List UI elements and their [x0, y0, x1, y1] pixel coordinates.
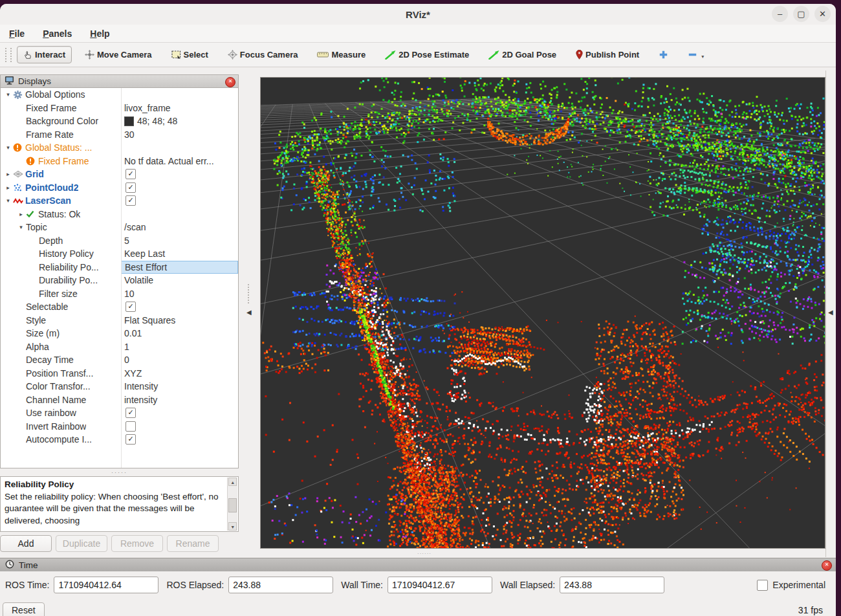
reset-button[interactable]: Reset — [3, 602, 45, 616]
toolbar-plus-button[interactable] — [652, 46, 675, 63]
tree-row[interactable]: Selectable✓ — [1, 300, 238, 314]
checkbox-checked[interactable]: ✓ — [126, 169, 136, 179]
property-value[interactable]: ✓ — [121, 168, 238, 181]
tree-row[interactable]: Channel Nameintensity — [1, 393, 238, 407]
property-value[interactable]: ✓ — [121, 181, 238, 195]
checkbox-checked[interactable]: ✓ — [126, 302, 136, 312]
wall-elapsed-input[interactable] — [560, 577, 664, 593]
property-value[interactable]: ✓ — [121, 300, 238, 314]
scrollbar-thumb[interactable] — [228, 498, 237, 512]
property-value[interactable]: 5 — [121, 234, 238, 248]
property-value[interactable]: 30 — [121, 128, 238, 142]
toolbar-publish-point-button[interactable]: Publish Point — [569, 46, 646, 63]
tree-row[interactable]: Size (m)0.01 — [1, 327, 238, 340]
property-value[interactable]: /scan — [121, 221, 238, 234]
menu-panels[interactable]: Panels — [43, 28, 72, 39]
tree-row[interactable]: Frame Rate30 — [1, 128, 238, 142]
tree-row[interactable]: Durability Po...Volatile — [1, 274, 238, 287]
property-value[interactable] — [121, 141, 238, 155]
displays-panel-header[interactable]: Displays ✕ — [0, 74, 239, 88]
tree-row[interactable]: Color Transfor...Intensity — [1, 380, 238, 393]
tree-row[interactable]: Decay Time0 — [1, 353, 238, 367]
property-value[interactable]: livox_frame — [121, 102, 238, 115]
tree-row[interactable]: Fixed FrameNo tf data. Actual err... — [1, 155, 238, 168]
menu-file[interactable]: File — [9, 28, 25, 39]
tree-row[interactable]: Depth5 — [1, 234, 238, 248]
scroll-down-icon[interactable]: ▼ — [228, 522, 237, 531]
close-button[interactable]: ✕ — [814, 6, 831, 22]
tree-row[interactable]: Reliability Po...Best Effort — [1, 261, 238, 274]
toolbar-2d-goal-pose-button[interactable]: 2D Goal Pose — [482, 46, 563, 63]
ros-elapsed-input[interactable] — [228, 577, 333, 593]
property-value[interactable]: 48; 48; 48 — [121, 115, 238, 128]
add-button[interactable]: Add — [0, 535, 52, 552]
minimize-button[interactable]: – — [772, 6, 788, 22]
right-panel-strip[interactable]: ◀ — [825, 71, 836, 557]
tree-row[interactable]: Position Transf...XYZ — [1, 367, 238, 380]
tree-row[interactable]: Filter size10 — [1, 287, 238, 301]
property-value[interactable]: 0.01 — [121, 327, 238, 340]
property-value[interactable]: Best Effort — [121, 261, 238, 274]
tree-row[interactable]: Invert Rainbow — [1, 420, 238, 434]
tree-row[interactable]: ▸PointCloud2✓ — [1, 181, 238, 195]
property-value[interactable]: Keep Last — [121, 247, 238, 261]
checkbox-unchecked[interactable] — [126, 421, 136, 432]
description-scrollbar[interactable]: ▲ ▼ — [227, 478, 237, 531]
property-value[interactable]: ✓ — [121, 433, 238, 446]
toolbar-interact-button[interactable]: Interact — [17, 46, 72, 63]
tree-row[interactable]: ▾Topic/scan — [1, 221, 238, 234]
tree-row[interactable]: Use rainbow✓ — [1, 406, 238, 420]
property-value[interactable]: ✓ — [121, 194, 238, 208]
bottom-splitter-handle[interactable]: ······ — [417, 551, 431, 556]
tree-row[interactable]: Autocompute I...✓ — [1, 433, 238, 446]
tree-row[interactable]: ▸Grid✓ — [1, 168, 238, 181]
checkbox-checked[interactable]: ✓ — [126, 434, 136, 445]
collapse-left-icon[interactable]: ◀ — [246, 309, 252, 316]
tree-row[interactable]: Fixed Framelivox_frame — [1, 102, 238, 115]
time-panel-header[interactable]: Time ✕ — [0, 558, 836, 571]
checkbox-checked[interactable]: ✓ — [126, 182, 136, 193]
tree-row[interactable]: ▾LaserScan✓ — [1, 194, 238, 208]
tree-row[interactable]: Background Color48; 48; 48 — [1, 115, 238, 128]
expander-open-icon[interactable]: ▾ — [3, 144, 13, 151]
toolbar-focus-camera-button[interactable]: Focus Camera — [221, 46, 305, 63]
property-value[interactable]: 0 — [121, 353, 238, 367]
property-value[interactable]: Intensity — [121, 380, 238, 393]
wall-time-input[interactable] — [388, 577, 492, 593]
tree-row[interactable]: Alpha1 — [1, 340, 238, 354]
property-value[interactable] — [121, 420, 238, 434]
experimental-checkbox[interactable] — [757, 580, 768, 591]
tree-row[interactable]: History PolicyKeep Last — [1, 247, 238, 261]
property-value[interactable]: ✓ — [121, 406, 238, 420]
toolbar-select-button[interactable]: Select — [165, 46, 215, 63]
left-splitter[interactable]: ◀ — [239, 71, 260, 557]
tree-row[interactable]: ▾Global Options — [1, 88, 238, 102]
property-value[interactable]: 1 — [121, 340, 238, 354]
toolbar-minus-button[interactable]: ▾ — [681, 46, 710, 63]
tree-row[interactable]: ▸Status: Ok — [1, 208, 238, 221]
toolbar-2d-pose-estimate-button[interactable]: 2D Pose Estimate — [378, 46, 475, 63]
pointcloud-canvas[interactable] — [261, 78, 825, 548]
scroll-up-icon[interactable]: ▲ — [228, 478, 237, 486]
property-value[interactable] — [121, 208, 238, 221]
time-close-icon[interactable]: ✕ — [822, 560, 832, 571]
property-value[interactable]: XYZ — [121, 367, 238, 380]
property-value[interactable]: 10 — [121, 287, 238, 301]
property-value[interactable]: No tf data. Actual err... — [121, 155, 238, 168]
expander-closed-icon[interactable]: ▸ — [3, 171, 13, 177]
collapse-right-icon[interactable]: ◀ — [828, 309, 833, 316]
property-value[interactable]: intensity — [121, 393, 238, 407]
property-value[interactable]: Flat Squares — [121, 314, 238, 327]
ros-time-input[interactable] — [54, 577, 158, 593]
expander-open-icon[interactable]: ▾ — [3, 91, 13, 98]
titlebar[interactable]: RViz* – ▢ ✕ — [0, 4, 836, 25]
chevron-down-icon[interactable]: ▾ — [701, 54, 704, 60]
maximize-button[interactable]: ▢ — [793, 6, 809, 22]
checkbox-checked[interactable]: ✓ — [126, 195, 136, 206]
toolbar-move-camera-button[interactable]: Move Camera — [78, 46, 158, 63]
checkbox-checked[interactable]: ✓ — [126, 408, 136, 418]
expander-open-icon[interactable]: ▾ — [16, 224, 26, 230]
tree-row[interactable]: StyleFlat Squares — [1, 314, 238, 327]
displays-tree[interactable]: ▾Global OptionsFixed Framelivox_frameBac… — [0, 88, 239, 468]
toolbar-drag-handle[interactable] — [5, 48, 12, 62]
